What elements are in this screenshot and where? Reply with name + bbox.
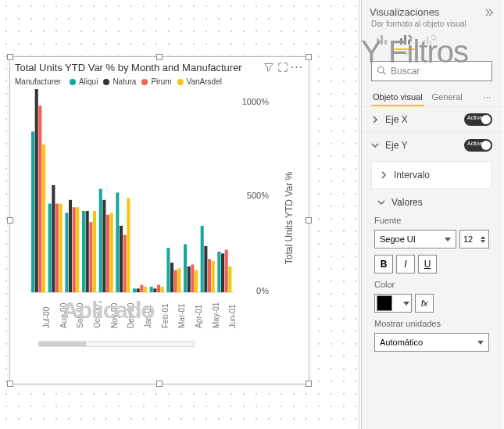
section-valores[interactable]: Valores: [362, 192, 502, 213]
field-label-font: Fuente: [362, 213, 502, 227]
chevron-down-icon: [403, 302, 409, 306]
legend-label: VanArsdel: [187, 77, 222, 86]
x-tick: Feb-01: [161, 303, 170, 328]
svg-rect-17: [99, 189, 102, 292]
svg-rect-44: [212, 261, 215, 292]
legend-label: Natura: [113, 77, 136, 86]
x-tick: May-01: [212, 302, 220, 328]
svg-rect-29: [150, 287, 153, 292]
x-axis-toggle[interactable]: Activado: [464, 113, 492, 126]
font-size-input[interactable]: 12: [459, 230, 489, 248]
svg-rect-13: [82, 211, 85, 292]
watermark-text: Aplicado: [62, 297, 155, 324]
svg-rect-50: [381, 35, 383, 45]
tab-visual[interactable]: Objeto visual: [371, 89, 424, 106]
tabs-more-icon[interactable]: ···: [482, 89, 492, 106]
svg-rect-23: [123, 235, 127, 292]
svg-rect-40: [195, 270, 198, 292]
analytics-tab[interactable]: [418, 31, 441, 50]
chevron-down-icon: [477, 341, 484, 345]
pane-subtitle: Dar formato al objeto visual: [362, 20, 502, 31]
svg-rect-20: [110, 213, 113, 292]
build-visual-tab[interactable]: [371, 31, 395, 50]
chevron-down-icon: [371, 141, 381, 150]
format-visual-tab[interactable]: [395, 31, 418, 50]
svg-rect-7: [55, 204, 59, 292]
filter-icon[interactable]: [262, 60, 276, 74]
y-axis-toggle[interactable]: Activado: [464, 139, 492, 152]
svg-rect-39: [191, 265, 194, 292]
bold-button[interactable]: B: [374, 255, 393, 273]
svg-rect-22: [120, 226, 123, 292]
svg-rect-57: [430, 41, 431, 45]
svg-rect-21: [116, 192, 119, 292]
visualizations-pane: Visualizaciones Dar formato al objeto vi…: [361, 0, 502, 429]
tab-general[interactable]: General: [431, 89, 464, 106]
visual-container[interactable]: Total Units YTD Var % by Month and Manuf…: [9, 56, 309, 384]
svg-rect-53: [404, 35, 406, 45]
legend-swatch: [103, 79, 109, 85]
fx-button[interactable]: fx: [415, 294, 434, 313]
expand-pane-icon[interactable]: [483, 7, 494, 18]
svg-rect-37: [184, 245, 187, 292]
resize-handle[interactable]: [156, 381, 163, 387]
format-search-input[interactable]: Buscar: [371, 61, 492, 81]
svg-rect-2: [35, 89, 38, 292]
resize-handle[interactable]: [7, 217, 13, 223]
stepper-up-icon[interactable]: [481, 236, 485, 239]
chevron-right-icon: [371, 115, 381, 124]
display-units-value: Automático: [380, 338, 423, 347]
legend-swatch: [70, 79, 76, 85]
focus-mode-icon[interactable]: [276, 60, 290, 74]
resize-handle[interactable]: [306, 54, 312, 60]
horizontal-scrollbar[interactable]: [38, 341, 195, 347]
y-tick: 500%: [247, 191, 269, 200]
svg-rect-56: [427, 37, 428, 45]
stepper-down-icon[interactable]: [481, 240, 485, 243]
legend-swatch: [177, 79, 184, 85]
svg-rect-16: [93, 211, 96, 292]
resize-handle[interactable]: [156, 54, 163, 60]
search-placeholder: Buscar: [391, 66, 420, 77]
svg-rect-15: [89, 222, 92, 292]
svg-rect-42: [204, 246, 207, 292]
section-x-axis[interactable]: Eje X Activado: [362, 106, 502, 132]
display-units-select[interactable]: Automático: [374, 333, 489, 352]
svg-rect-26: [137, 288, 140, 292]
visual-title: Total Units YTD Var % by Month and Manuf…: [15, 62, 262, 73]
section-label: Valores: [391, 197, 423, 208]
section-y-axis[interactable]: Eje Y Activado: [362, 132, 502, 158]
y-tick: 0%: [256, 286, 269, 295]
font-family-select[interactable]: Segoe UI: [374, 230, 456, 248]
x-tick: Jul-00: [42, 307, 51, 328]
svg-rect-33: [166, 248, 170, 292]
search-icon: [377, 66, 386, 77]
resize-handle[interactable]: [7, 381, 13, 387]
report-canvas[interactable]: Total Units YTD Var % by Month and Manuf…: [0, 0, 359, 429]
svg-rect-30: [153, 288, 156, 292]
resize-handle[interactable]: [306, 217, 312, 223]
svg-rect-45: [217, 252, 220, 292]
svg-rect-19: [106, 215, 109, 292]
svg-rect-55: [424, 40, 425, 45]
chevron-down-icon: [377, 198, 387, 207]
resize-handle[interactable]: [7, 54, 13, 60]
color-picker[interactable]: [374, 294, 412, 313]
section-label: Eje Y: [385, 140, 407, 151]
bar-chart: [30, 89, 234, 308]
svg-point-59: [378, 66, 384, 73]
svg-rect-1: [31, 131, 34, 292]
chart-plot-area[interactable]: 1000% 500% 0% Total Units YTD Var % Jul-…: [15, 89, 304, 347]
underline-button[interactable]: U: [418, 255, 437, 273]
x-tick: Apr-01: [195, 305, 203, 328]
svg-rect-27: [140, 285, 143, 292]
resize-handle[interactable]: [306, 381, 312, 387]
svg-rect-38: [188, 266, 191, 292]
legend: Manufacturer Aliqui Natura Pirum VanArsd…: [10, 76, 309, 88]
svg-rect-3: [38, 105, 41, 292]
italic-button[interactable]: I: [396, 255, 415, 273]
more-options-icon[interactable]: ···: [290, 60, 304, 74]
section-intervalo[interactable]: Intervalo: [371, 161, 492, 189]
svg-rect-11: [73, 207, 76, 292]
svg-rect-24: [127, 198, 130, 292]
